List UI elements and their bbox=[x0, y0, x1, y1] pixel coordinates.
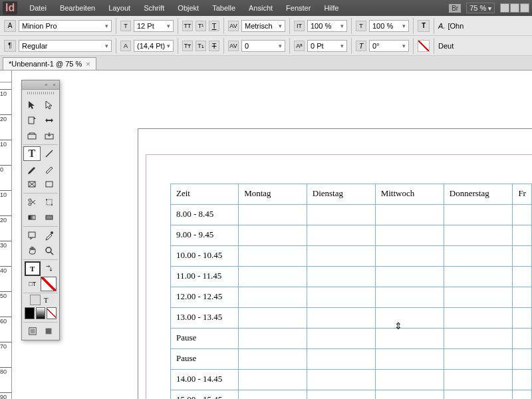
kerning-select[interactable]: Metrisch bbox=[241, 20, 285, 32]
smallcaps-icon[interactable]: Tᴛ bbox=[182, 41, 193, 51]
swap-fill-stroke-icon[interactable] bbox=[41, 261, 57, 276]
col-montag[interactable]: Montag bbox=[239, 184, 307, 205]
col-freitag[interactable]: Fr bbox=[513, 184, 532, 205]
formatting-container-icon[interactable] bbox=[30, 295, 41, 305]
workspace-icon[interactable] bbox=[520, 3, 529, 13]
formatting-text-toggle[interactable]: T bbox=[41, 295, 51, 305]
leading-select[interactable]: (14,4 Pt) bbox=[134, 40, 174, 52]
direct-selection-tool[interactable] bbox=[41, 98, 59, 112]
canvas[interactable]: Zeit Montag Dienstag Mittwoch Donnerstag… bbox=[12, 82, 532, 399]
zoom-select[interactable]: 75 % ▾ bbox=[466, 3, 495, 13]
apply-gradient[interactable] bbox=[36, 307, 46, 319]
table-row[interactable]: 15.00 - 15.45 bbox=[171, 390, 532, 400]
content-collector-tool[interactable] bbox=[23, 128, 41, 143]
table-row[interactable]: Pause bbox=[171, 349, 532, 370]
pencil-tool[interactable] bbox=[41, 162, 59, 176]
fill-stroke-text[interactable]: T bbox=[25, 261, 41, 276]
vertical-ruler[interactable]: 01020100102030405060708090100110120130 bbox=[0, 82, 12, 399]
hscale-select[interactable]: 100 % bbox=[307, 20, 347, 32]
menu-layout[interactable]: Layout bbox=[102, 4, 137, 12]
workspace: 01020100102030405060708090100110120130 Z… bbox=[0, 82, 532, 399]
menu-datei[interactable]: Datei bbox=[23, 4, 53, 12]
font-size-select[interactable]: 12 Pt bbox=[134, 20, 174, 32]
language-label[interactable]: Deut bbox=[438, 42, 454, 50]
svg-point-9 bbox=[29, 203, 31, 205]
underline-icon[interactable]: T bbox=[209, 21, 219, 31]
vscale-select[interactable]: 100 % bbox=[369, 20, 409, 32]
strike-icon[interactable]: T bbox=[209, 41, 219, 51]
font-family-select[interactable]: Minion Pro bbox=[19, 20, 112, 32]
table-header-row[interactable]: Zeit Montag Dienstag Mittwoch Donnerstag… bbox=[171, 184, 532, 205]
schedule-table[interactable]: Zeit Montag Dienstag Mittwoch Donnerstag… bbox=[170, 184, 532, 399]
superscript-icon[interactable]: T¹ bbox=[196, 21, 206, 31]
apply-none[interactable] bbox=[47, 307, 57, 319]
document-tab[interactable]: *Unbenannt-1 @ 75 % × bbox=[3, 57, 96, 70]
menu-hilfe[interactable]: Hilfe bbox=[317, 4, 345, 12]
table-row[interactable]: 11.00 - 11.45 bbox=[171, 267, 532, 287]
eyedropper-tool[interactable] bbox=[41, 228, 59, 243]
rectangle-tool[interactable] bbox=[41, 177, 59, 192]
view-mode-normal[interactable] bbox=[25, 324, 41, 338]
charstyle-icon[interactable]: T bbox=[418, 20, 430, 32]
char-format-icon[interactable]: A bbox=[4, 20, 16, 32]
content-placer-tool[interactable] bbox=[41, 128, 59, 143]
table-row[interactable]: 10.00 - 10.45 bbox=[171, 246, 532, 267]
menu-fenster[interactable]: Fenster bbox=[279, 4, 317, 12]
baseline-select[interactable]: 0 Pt bbox=[307, 40, 347, 52]
type-tool[interactable]: T bbox=[23, 146, 41, 161]
close-panel-icon[interactable]: × bbox=[51, 82, 57, 88]
bridge-button[interactable]: Br bbox=[449, 4, 461, 13]
col-donnerstag[interactable]: Donnerstag bbox=[444, 184, 513, 205]
table-row[interactable]: 14.00 - 14.45 bbox=[171, 370, 532, 390]
gradient-swatch-tool[interactable] bbox=[23, 210, 41, 225]
menu-schrift[interactable]: Schrift bbox=[137, 4, 171, 12]
table-row[interactable]: 12.00 - 12.45 bbox=[171, 287, 532, 308]
apply-color-black[interactable] bbox=[25, 307, 35, 319]
close-tab-icon[interactable]: × bbox=[86, 60, 90, 68]
collapse-icon[interactable]: « bbox=[43, 82, 49, 88]
page-tool[interactable] bbox=[23, 113, 41, 128]
style-a-icon[interactable]: A. bbox=[438, 22, 445, 30]
note-tool[interactable] bbox=[23, 228, 41, 243]
font-style-select[interactable]: Regular bbox=[19, 40, 112, 52]
screen-mode-icon[interactable] bbox=[500, 3, 509, 13]
menu-bearbeiten[interactable]: Bearbeiten bbox=[53, 4, 102, 12]
svg-line-18 bbox=[51, 252, 53, 255]
col-dienstag[interactable]: Dienstag bbox=[307, 184, 375, 205]
pen-tool[interactable] bbox=[23, 162, 41, 176]
fill-none-icon[interactable] bbox=[418, 40, 430, 52]
tools-panel[interactable]: « × T T □T bbox=[21, 80, 60, 340]
ruler-origin[interactable] bbox=[0, 70, 12, 82]
gap-tool[interactable] bbox=[41, 113, 59, 128]
formatting-text-icon[interactable]: □T bbox=[25, 277, 40, 291]
allcaps-icon[interactable]: TT bbox=[182, 21, 193, 31]
gradient-feather-tool[interactable] bbox=[41, 210, 59, 225]
zoom-tool[interactable] bbox=[41, 243, 59, 258]
free-transform-tool[interactable] bbox=[41, 195, 59, 209]
col-zeit[interactable]: Zeit bbox=[171, 184, 239, 205]
view-mode-preview[interactable] bbox=[41, 324, 57, 338]
tracking-select[interactable]: 0 bbox=[241, 40, 285, 52]
hand-tool[interactable] bbox=[23, 243, 41, 258]
svg-rect-1 bbox=[28, 134, 36, 139]
scissors-tool[interactable] bbox=[23, 195, 41, 209]
tools-panel-header[interactable]: « × bbox=[22, 80, 59, 90]
control-panel-1: A Minion Pro T 12 Pt TT T¹ T AV Metrisch… bbox=[0, 16, 532, 36]
menu-tabelle[interactable]: Tabelle bbox=[205, 4, 242, 12]
table-row[interactable]: 13.00 - 13.45 bbox=[171, 308, 532, 329]
panel-grip[interactable] bbox=[22, 90, 59, 96]
rectangle-frame-tool[interactable] bbox=[23, 177, 41, 192]
menu-ansicht[interactable]: Ansicht bbox=[242, 4, 279, 12]
table-row[interactable]: 8.00 - 8.45 bbox=[171, 205, 532, 225]
table-row[interactable]: Pause bbox=[171, 329, 532, 349]
menu-objekt[interactable]: Objekt bbox=[171, 4, 205, 12]
arrange-icon[interactable] bbox=[510, 3, 519, 13]
subscript-icon[interactable]: T₁ bbox=[196, 41, 206, 51]
col-mittwoch[interactable]: Mittwoch bbox=[375, 184, 444, 205]
table-row[interactable]: 9.00 - 9.45 bbox=[171, 225, 532, 246]
selection-tool[interactable] bbox=[23, 98, 41, 112]
para-format-icon[interactable]: ¶ bbox=[4, 40, 16, 52]
default-fill-stroke-icon[interactable] bbox=[41, 277, 57, 291]
skew-select[interactable]: 0° bbox=[369, 40, 409, 52]
line-tool[interactable] bbox=[41, 146, 59, 161]
